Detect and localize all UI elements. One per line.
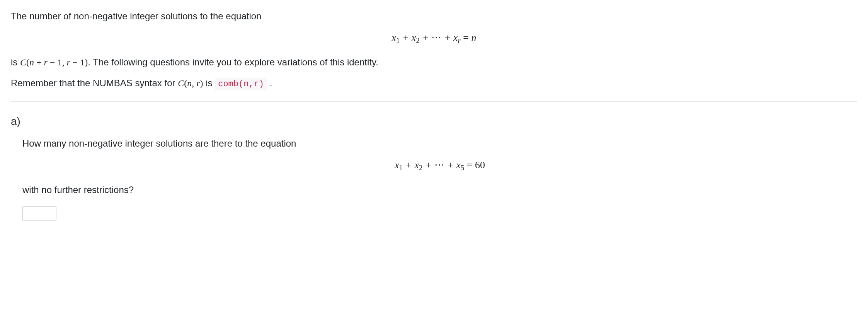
part-a-equation: x1 + x2 + ⋯ + x5 = 60	[22, 157, 857, 173]
intro-line-2: is C(n + r − 1, r − 1). The following qu…	[11, 55, 857, 69]
part-a-answer-input[interactable]	[22, 206, 56, 221]
intro-line-3-end: .	[267, 78, 272, 88]
intro-line-3-mid: is	[203, 78, 215, 88]
intro-line-3-pre: Remember that the NUMBAS syntax for	[11, 78, 178, 88]
part-a-body: How many non-negative integer solutions …	[11, 137, 857, 220]
section-divider	[11, 101, 857, 102]
intro-line-2-post: . The following questions invite you to …	[88, 57, 378, 67]
cn-r-inline: C(n, r)	[178, 78, 203, 88]
intro-line-1: The number of non-negative integer solut…	[11, 9, 857, 23]
part-a-label: a)	[11, 113, 857, 130]
part-a-question-line-2: with no further restrictions?	[22, 183, 857, 197]
part-a-question-line-1: How many non-negative integer solutions …	[22, 137, 857, 150]
intro-equation-general: x1 + x2 + ⋯ + xr = n	[11, 30, 857, 46]
intro-line-3: Remember that the NUMBAS syntax for C(n,…	[11, 76, 857, 91]
numbas-syntax-code: comb(n,r)	[215, 78, 267, 90]
intro-line-2-pre: is	[11, 57, 20, 67]
formula-c-nr: C(n + r − 1, r − 1)	[20, 57, 88, 67]
